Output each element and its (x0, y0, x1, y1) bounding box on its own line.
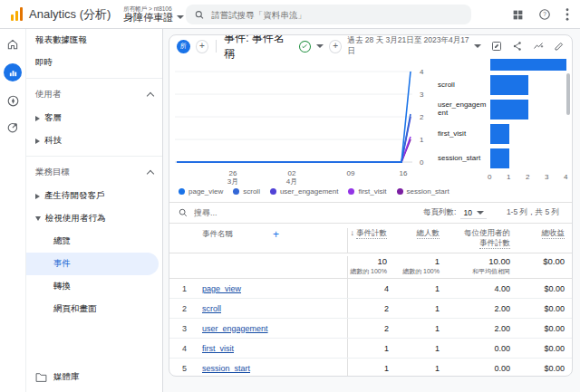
event-link[interactable]: user_engagement (202, 324, 268, 333)
sidebar-item-tech[interactable]: 科技 (26, 129, 162, 152)
bar-label: scroll (438, 81, 490, 90)
sidebar-item-conversions[interactable]: 轉換 (26, 275, 162, 298)
line-series-scroll (177, 114, 411, 162)
column-header-event-count[interactable]: ↓事件計數 (347, 228, 389, 253)
column-header-count-per-user[interactable]: 每位使用者的 事件計數 (440, 228, 510, 247)
totals-users: 1 總數的 100% (389, 256, 440, 276)
comparison-chip-all-users[interactable]: 所 (177, 40, 190, 53)
table-row: 1 page_view 4 1 4.00 $0.00 (169, 279, 572, 299)
legend-item-user_engagement: user_engagement (270, 187, 339, 196)
sidebar-item-pages-screens[interactable]: 網頁和畫面 (26, 298, 162, 320)
edit-comparison-icon[interactable] (491, 41, 502, 52)
column-header-total-users[interactable]: 總人數 (389, 228, 440, 239)
reports-icon[interactable] (4, 63, 22, 81)
svg-text:?: ? (543, 11, 546, 17)
date-range-selector[interactable]: 過去 28 天 3月21日至 2023年4月17日 (347, 35, 481, 57)
legend-dot-icon (397, 188, 403, 195)
event-link[interactable]: scroll (202, 304, 221, 313)
events-table: 每頁列數: 10 1-5 列，共 5 列 事件名稱 + ↓事件計數 (169, 202, 572, 377)
line-series-session_start (177, 139, 411, 162)
sidebar-item-library[interactable]: 媒體庫 (35, 371, 80, 383)
column-header-event-name[interactable]: 事件名稱 + (202, 228, 347, 241)
table-totals-row: 10 總數的 100% 1 總數的 100% 10.00 和平均值相同 $0.0… (169, 253, 572, 279)
top-app-bar: Analytics (分析) 所有帳戶 > nt8106 身障停車證 ? (0, 0, 580, 29)
table-search-input[interactable] (194, 208, 303, 217)
bar-label: user_engagement (438, 101, 490, 118)
bar-row: user_engagement (438, 100, 572, 120)
sidebar-item-snapshot[interactable]: 報表數據匯報 (26, 29, 162, 52)
chart-legend: page_viewscrolluser_engagementfirst_visi… (179, 187, 450, 196)
table-row: 2 scroll 2 1 2.00 $0.00 (169, 299, 572, 319)
advertising-icon[interactable] (6, 120, 20, 134)
x-tick: 16 (391, 169, 416, 177)
rows-per-page-label: 每頁列數: (423, 207, 456, 218)
sidebar-item-overview[interactable]: 總覽 (26, 230, 162, 253)
more-vert-icon[interactable] (566, 8, 569, 21)
bar-scroll (490, 75, 528, 95)
legend-item-scroll: scroll (233, 187, 260, 196)
legend-dot-icon (270, 188, 276, 195)
sort-desc-icon: ↓ (351, 228, 355, 237)
x-tick: 0 (488, 173, 491, 181)
collapse-triangle-icon (35, 216, 41, 221)
explore-icon[interactable] (6, 94, 20, 108)
bar-row: page_view (438, 59, 572, 71)
table-search[interactable] (179, 208, 416, 217)
report-nav-sidebar: 報表數據匯報 即時 使用者 客層 科技 業務目標 產生待開發客戶 檢視使用者行為… (26, 29, 163, 392)
x-tick: 09 (338, 169, 363, 177)
column-header-total-revenue[interactable]: 總收益 (510, 228, 565, 239)
bar-user_engagement (490, 100, 528, 120)
sidebar-item-events[interactable]: 事件 (26, 253, 159, 275)
legend-dot-icon (179, 188, 185, 195)
sidebar-item-demographics[interactable]: 客層 (26, 107, 162, 129)
dimension-check-icon[interactable] (299, 41, 311, 53)
share-icon[interactable] (512, 41, 523, 52)
chevron-up-icon (147, 170, 154, 177)
apps-grid-icon[interactable] (512, 9, 524, 21)
bar-chart-x-axis: 01234 (438, 173, 572, 184)
search-icon (179, 208, 188, 217)
x-tick: 024月 (279, 169, 304, 186)
sidebar-item-generate-leads[interactable]: 產生待開發客戶 (26, 185, 162, 207)
pagination-status: 1-5 列，共 5 列 (507, 207, 559, 218)
rows-per-page-select[interactable]: 10 (460, 207, 486, 219)
x-tick: 2 (526, 173, 529, 181)
chevron-down-icon[interactable] (316, 44, 324, 48)
property-name: 身障停車證 (123, 12, 173, 23)
sidebar-section-objectives[interactable]: 業務目標 (26, 160, 162, 185)
chevron-down-icon (177, 15, 184, 19)
global-search[interactable] (186, 5, 471, 24)
table-toolbar: 每頁列數: 10 1-5 列，共 5 列 (169, 203, 572, 223)
event-link[interactable]: first_visit (202, 344, 234, 353)
vertical-scrollbar[interactable] (566, 73, 570, 115)
expand-triangle-icon (35, 116, 40, 121)
add-dimension-button[interactable]: + (329, 40, 343, 53)
svg-text:2: 2 (420, 113, 424, 121)
legend-dot-icon (233, 188, 239, 195)
chevron-down-icon (477, 211, 484, 215)
bar-label: session_start (438, 155, 490, 163)
sidebar-section-user[interactable]: 使用者 (26, 82, 162, 107)
account-breadcrumb: 所有帳戶 > nt8106 (123, 5, 184, 12)
sidebar-item-user-behavior[interactable]: 檢視使用者行為 (26, 207, 162, 230)
add-column-button[interactable]: + (273, 228, 279, 241)
bar-row: session_start (438, 148, 572, 168)
event-link[interactable]: page_view (202, 284, 241, 293)
chevron-down-icon (474, 44, 481, 48)
svg-text:3: 3 (420, 91, 424, 99)
event-link[interactable]: session_start (202, 364, 250, 373)
edit-report-icon[interactable] (554, 41, 565, 52)
search-input[interactable] (211, 10, 462, 20)
analytics-logo-icon (11, 7, 23, 21)
home-icon[interactable] (6, 38, 19, 51)
legend-item-first_visit: first_visit (348, 187, 386, 196)
help-icon[interactable]: ? (538, 8, 551, 21)
insights-icon[interactable] (533, 41, 544, 52)
sidebar-item-realtime[interactable]: 即時 (26, 52, 162, 74)
x-tick: 263月 (220, 169, 246, 186)
search-icon (195, 10, 204, 20)
main-content: 所 + 事件: 事件名稱 + 過去 28 天 3月21日至 2023年4月17日 (163, 29, 580, 392)
add-comparison-button[interactable]: + (196, 40, 209, 53)
x-tick: 3 (545, 173, 548, 181)
account-property-switcher[interactable]: 所有帳戶 > nt8106 身障停車證 (123, 5, 184, 23)
